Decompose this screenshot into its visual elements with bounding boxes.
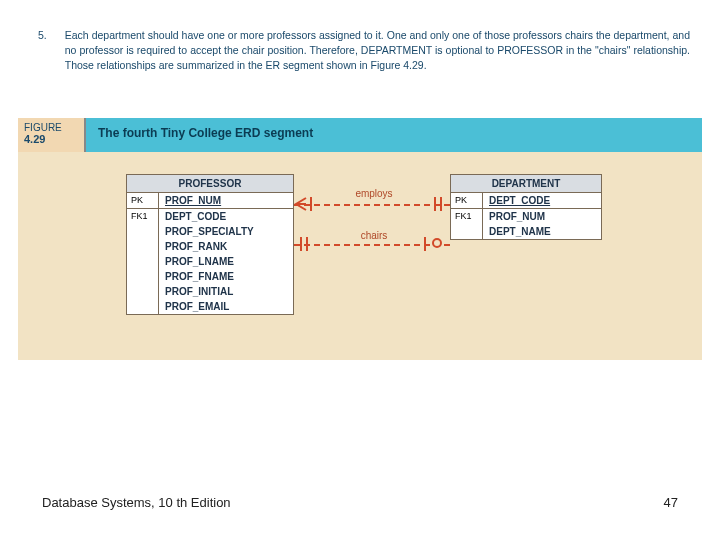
cardinality-bar-icon bbox=[306, 237, 308, 251]
crowfoot-icon bbox=[294, 197, 308, 211]
entity-pk-row: PK DEPT_CODE bbox=[451, 193, 601, 209]
fk-label: FK1 bbox=[451, 209, 483, 224]
field: PROF_FNAME bbox=[159, 269, 293, 284]
entity-field-row: PROF_FNAME bbox=[127, 269, 293, 284]
entity-field-row: PROF_EMAIL bbox=[127, 299, 293, 314]
entity-field-row: DEPT_NAME bbox=[451, 224, 601, 239]
figure-caption: The fourth Tiny College ERD segment bbox=[86, 118, 702, 152]
entity-department: DEPARTMENT PK DEPT_CODE FK1 PROF_NUM DEP… bbox=[450, 174, 602, 240]
pk-label: PK bbox=[127, 193, 159, 208]
body-paragraph: 5. Each department should have one or mo… bbox=[38, 28, 690, 74]
field: PROF_LNAME bbox=[159, 254, 293, 269]
fk-label: FK1 bbox=[127, 209, 159, 224]
field: DEPT_NAME bbox=[483, 224, 601, 239]
field: DEPT_CODE bbox=[159, 209, 293, 224]
field: PROF_SPECIALTY bbox=[159, 224, 293, 239]
cardinality-bar-icon bbox=[300, 237, 302, 251]
field: PROF_RANK bbox=[159, 239, 293, 254]
figure-header: FIGURE 4.29 The fourth Tiny College ERD … bbox=[18, 118, 702, 152]
field: PROF_INITIAL bbox=[159, 284, 293, 299]
cardinality-bar-icon bbox=[434, 197, 436, 211]
entity-professor: PROFESSOR PK PROF_NUM FK1 DEPT_CODE PROF… bbox=[126, 174, 294, 315]
field: PROF_EMAIL bbox=[159, 299, 293, 314]
footer-page-number: 47 bbox=[664, 495, 678, 510]
pk-label: PK bbox=[451, 193, 483, 208]
cardinality-bar-icon bbox=[424, 237, 426, 251]
entity-field-row: PROF_LNAME bbox=[127, 254, 293, 269]
entity-field-row: FK1 DEPT_CODE bbox=[127, 209, 293, 224]
field: PROF_NUM bbox=[483, 209, 601, 224]
relationship-label-chairs: chairs bbox=[344, 230, 404, 241]
pk-field: PROF_NUM bbox=[159, 193, 293, 208]
figure-label-word: FIGURE bbox=[24, 122, 62, 133]
entity-title: PROFESSOR bbox=[127, 175, 293, 193]
erd-canvas: PROFESSOR PK PROF_NUM FK1 DEPT_CODE PROF… bbox=[18, 152, 702, 360]
optional-circle-icon bbox=[432, 238, 442, 248]
pk-field: DEPT_CODE bbox=[483, 193, 601, 208]
entity-field-row: PROF_INITIAL bbox=[127, 284, 293, 299]
entity-pk-row: PK PROF_NUM bbox=[127, 193, 293, 209]
cardinality-bar-icon bbox=[440, 197, 442, 211]
entity-field-row: FK1 PROF_NUM bbox=[451, 209, 601, 224]
paragraph-text: Each department should have one or more … bbox=[65, 28, 690, 74]
list-number: 5. bbox=[38, 28, 47, 74]
relationship-label-employs: employs bbox=[344, 188, 404, 199]
figure-label: FIGURE 4.29 bbox=[18, 118, 86, 152]
entity-field-row: PROF_SPECIALTY bbox=[127, 224, 293, 239]
entity-title: DEPARTMENT bbox=[451, 175, 601, 193]
footer-book-title: Database Systems, 10 th Edition bbox=[42, 495, 231, 510]
slide-footer: Database Systems, 10 th Edition 47 bbox=[42, 495, 678, 510]
entity-field-row: PROF_RANK bbox=[127, 239, 293, 254]
figure-label-number: 4.29 bbox=[24, 133, 45, 145]
cardinality-bar-icon bbox=[310, 197, 312, 211]
